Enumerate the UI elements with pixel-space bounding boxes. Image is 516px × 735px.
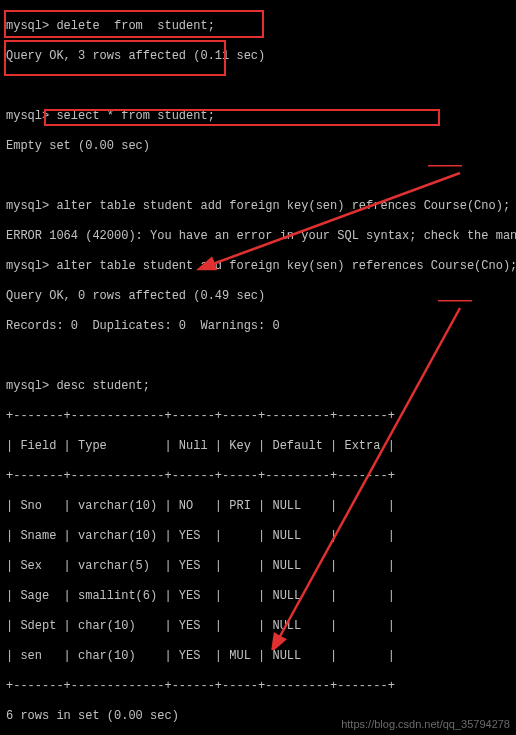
- terminal-line: Empty set (0.00 sec): [6, 139, 150, 153]
- terminal-line: | sen | char(10) | YES | MUL | NULL | |: [6, 649, 395, 663]
- terminal-line: Records: 0 Duplicates: 0 Warnings: 0: [6, 319, 280, 333]
- terminal-line: | Field | Type | Null | Key | Default | …: [6, 439, 395, 453]
- terminal-line: ERROR 1064 (42000): You have an error in…: [6, 229, 516, 243]
- terminal-screen[interactable]: mysql> delete from student; Query OK, 3 …: [0, 0, 516, 735]
- terminal-line: | Sex | varchar(5) | YES | | NULL | |: [6, 559, 395, 573]
- terminal-line: mysql> delete from student;: [6, 19, 215, 33]
- terminal-line: Query OK, 3 rows affected (0.11 sec): [6, 49, 265, 63]
- terminal-line: +-------+-------------+------+-----+----…: [6, 409, 395, 423]
- watermark-text: https://blog.csdn.net/qq_35794278: [341, 718, 510, 732]
- terminal-line: 6 rows in set (0.00 sec): [6, 709, 179, 723]
- terminal-line: | Sname | varchar(10) | YES | | NULL | |: [6, 529, 395, 543]
- terminal-line: +-------+-------------+------+-----+----…: [6, 469, 395, 483]
- terminal-line: Query OK, 0 rows affected (0.49 sec): [6, 289, 265, 303]
- terminal-line: +-------+-------------+------+-----+----…: [6, 679, 395, 693]
- terminal-line: | Sno | varchar(10) | NO | PRI | NULL | …: [6, 499, 395, 513]
- svg-line-0: [210, 173, 460, 265]
- terminal-line: | Sdept | char(10) | YES | | NULL | |: [6, 619, 395, 633]
- terminal-line: | Sage | smallint(6) | YES | | NULL | |: [6, 589, 395, 603]
- terminal-line: mysql> select * from student;: [6, 109, 215, 123]
- terminal-line: mysql> desc student;: [6, 379, 150, 393]
- terminal-line: mysql> alter table student add foreign k…: [6, 199, 510, 213]
- terminal-line: mysql> alter table student add foreign k…: [6, 259, 516, 273]
